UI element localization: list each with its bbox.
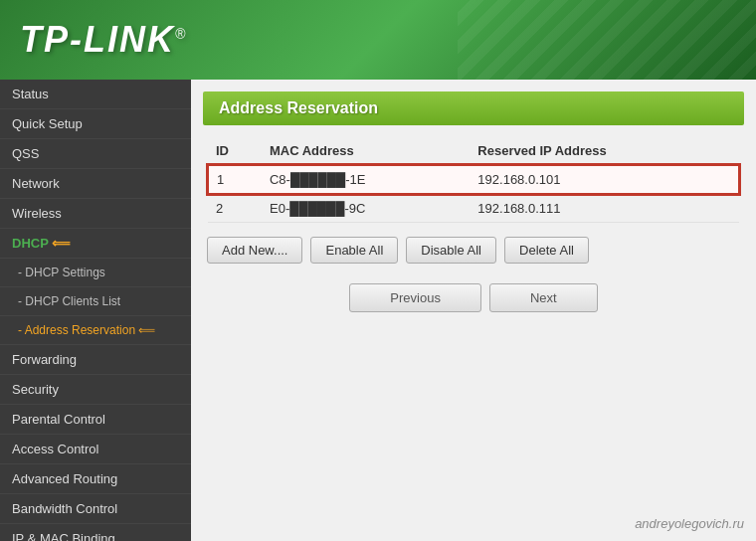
address-reservation-arrow: ⟸ bbox=[138, 323, 155, 337]
reservation-table: ID MAC Address Reserved IP Address 1 C8-… bbox=[207, 137, 740, 223]
header: TP-LINK® bbox=[0, 0, 756, 80]
sidebar-item-dhcp[interactable]: DHCP ⟸ bbox=[0, 229, 191, 259]
sidebar-item-dhcp-clients[interactable]: - DHCP Clients List bbox=[0, 287, 191, 316]
sidebar-item-security[interactable]: Security bbox=[0, 375, 191, 405]
row-ip: 192.168.0.111 bbox=[470, 194, 739, 223]
add-new-button[interactable]: Add New.... bbox=[207, 237, 302, 264]
row-id: 1 bbox=[208, 165, 262, 194]
disable-all-button[interactable]: Disable All bbox=[406, 237, 496, 264]
sidebar: Status Quick Setup QSS Network Wireless … bbox=[0, 80, 191, 541]
table-row[interactable]: 1 C8-██████-1E 192.168.0.101 bbox=[208, 165, 739, 194]
sidebar-item-qss[interactable]: QSS bbox=[0, 139, 191, 169]
row-id: 2 bbox=[208, 194, 262, 223]
sidebar-item-address-reservation[interactable]: - Address Reservation ⟸ bbox=[0, 316, 191, 345]
sidebar-item-quick-setup[interactable]: Quick Setup bbox=[0, 109, 191, 139]
sidebar-item-dhcp-settings[interactable]: - DHCP Settings bbox=[0, 259, 191, 287]
dhcp-arrow: ⟸ bbox=[52, 236, 71, 251]
sidebar-item-access-control[interactable]: Access Control bbox=[0, 435, 191, 464]
row-mac: E0-██████-9C bbox=[262, 194, 470, 223]
col-ip: Reserved IP Address bbox=[470, 137, 739, 165]
row-ip: 192.168.0.101 bbox=[470, 165, 739, 194]
section-header: Address Reservation bbox=[203, 91, 744, 125]
enable-all-button[interactable]: Enable All bbox=[310, 237, 398, 264]
sidebar-item-advanced-routing[interactable]: Advanced Routing bbox=[0, 464, 191, 494]
watermark: andreyolegovich.ru bbox=[635, 516, 744, 531]
sidebar-item-bandwidth-control[interactable]: Bandwidth Control bbox=[0, 494, 191, 524]
logo: TP-LINK® bbox=[20, 19, 187, 61]
col-id: ID bbox=[208, 137, 262, 165]
previous-button[interactable]: Previous bbox=[349, 283, 481, 312]
col-mac: MAC Address bbox=[262, 137, 470, 165]
section-title: Address Reservation bbox=[219, 99, 378, 116]
action-buttons: Add New.... Enable All Disable All Delet… bbox=[207, 237, 740, 264]
layout: Status Quick Setup QSS Network Wireless … bbox=[0, 80, 756, 541]
sidebar-item-wireless[interactable]: Wireless bbox=[0, 199, 191, 229]
row-mac: C8-██████-1E bbox=[262, 165, 470, 194]
table-row[interactable]: 2 E0-██████-9C 192.168.0.111 bbox=[208, 194, 739, 223]
nav-buttons: Previous Next bbox=[207, 283, 740, 312]
sidebar-item-status[interactable]: Status bbox=[0, 80, 191, 109]
content-area: ID MAC Address Reserved IP Address 1 C8-… bbox=[191, 125, 756, 541]
sidebar-item-forwarding[interactable]: Forwarding bbox=[0, 345, 191, 375]
delete-all-button[interactable]: Delete All bbox=[504, 237, 589, 264]
sidebar-item-ip-mac-binding[interactable]: IP & MAC Binding bbox=[0, 524, 191, 541]
main-content: Address Reservation ID MAC Address Reser… bbox=[191, 80, 756, 541]
sidebar-item-network[interactable]: Network bbox=[0, 169, 191, 199]
sidebar-item-parental-control[interactable]: Parental Control bbox=[0, 405, 191, 435]
next-button[interactable]: Next bbox=[489, 283, 598, 312]
